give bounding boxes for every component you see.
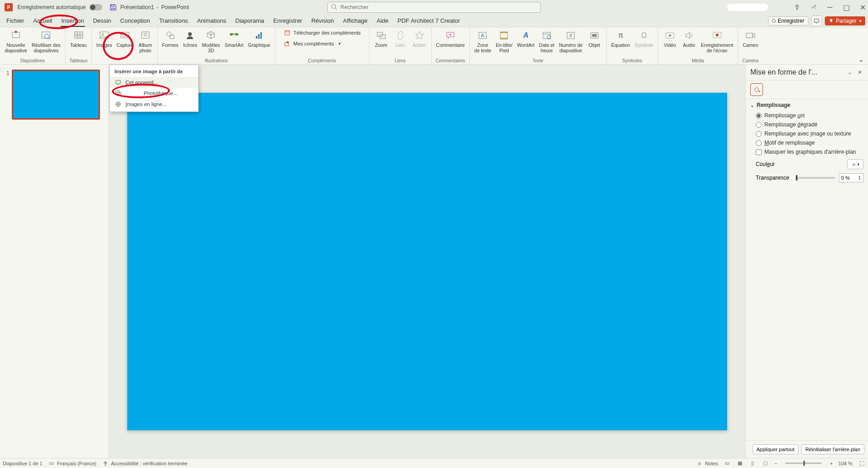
comment-button[interactable]: Commentaire (434, 28, 467, 49)
fill-pattern-radio[interactable] (756, 140, 762, 146)
smartart-button[interactable]: SmartArt (223, 28, 245, 49)
fill-tab-button[interactable] (750, 83, 763, 96)
transparency-spinner[interactable]: 0 %▲▼ (839, 173, 863, 182)
thumbnail-1-preview[interactable] (12, 70, 100, 119)
fill-gradient-row[interactable]: Remplissage dégradé (750, 120, 863, 129)
coming-soon-icon[interactable] (810, 4, 817, 11)
screen-recording-button[interactable]: Enregistrement de l'écran (699, 28, 735, 54)
table-button[interactable]: Tableau (68, 28, 89, 49)
wordart-button[interactable]: AWordArt (515, 28, 536, 49)
shapes-button[interactable]: Formes (160, 28, 180, 49)
dropdown-stock-images[interactable]: Photothèque... (110, 88, 198, 99)
record-button[interactable]: Enregistrer (768, 16, 808, 25)
tab-aide[interactable]: Aide (372, 15, 393, 27)
tab-insertion[interactable]: Insertion (57, 15, 89, 27)
tab-revision[interactable]: Révision (307, 15, 339, 27)
thumbnail-1[interactable]: 1 (6, 70, 102, 119)
status-accessibility-label: Accessibilité : vérification terminée (111, 461, 187, 466)
tab-enregistrer[interactable]: Enregistrer (269, 15, 307, 27)
zoom-value[interactable]: 104 % (838, 461, 853, 466)
tab-transitions[interactable]: Transitions (155, 15, 192, 27)
reuse-slides-button[interactable]: Réutiliser des diapositives (30, 28, 63, 54)
status-accessibility[interactable]: Accessibilité : vérification terminée (102, 460, 187, 467)
chart-button[interactable]: Graphique (246, 28, 272, 49)
maximize-button[interactable]: ▢ (843, 4, 850, 11)
slide-canvas-area[interactable] (109, 65, 745, 458)
audio-button[interactable]: Audio (680, 28, 698, 49)
tab-accueil[interactable]: Accueil (29, 15, 57, 27)
fill-pattern-row[interactable]: Motif de remplissage (750, 138, 863, 147)
pane-options-button[interactable]: ⌄ (846, 69, 853, 76)
svg-rect-19 (142, 32, 149, 38)
link-label: Lien (396, 42, 405, 48)
fit-window-button[interactable]: ⛶ (858, 460, 865, 467)
hide-graphics-checkbox[interactable] (756, 149, 762, 155)
view-slideshow-button[interactable]: ▢ (762, 460, 769, 467)
new-slide-button[interactable]: Nouvelle diapositive (3, 28, 29, 54)
zoom-out-button[interactable]: − (774, 461, 777, 466)
zoom-in-button[interactable]: + (830, 461, 833, 466)
cameo-button[interactable]: Cameo (741, 28, 760, 49)
fill-picture-row[interactable]: Remplissage avec image ou texture (750, 129, 863, 138)
tab-dessin[interactable]: Dessin (89, 15, 116, 27)
icons-button[interactable]: Icônes (181, 28, 199, 49)
photo-album-button[interactable]: Album photo (136, 28, 155, 54)
object-button[interactable]: Objet (585, 28, 604, 49)
dropdown-online-images[interactable]: Images en ligne... (110, 99, 198, 110)
notes-icon: ≡ (696, 460, 703, 467)
get-addins-button[interactable]: Télécharger des compléments (282, 28, 363, 37)
tab-pdf-architect[interactable]: PDF Architect 7 Creator (393, 15, 464, 27)
pane-close-button[interactable]: ✕ (856, 69, 863, 76)
minimize-button[interactable]: ─ (826, 4, 833, 11)
view-normal-button[interactable]: ▭ (723, 460, 731, 467)
dropdown-this-device[interactable]: Cet appareil... (110, 77, 198, 88)
save-icon[interactable] (110, 4, 117, 11)
ribbon-collapse-button[interactable]: ⌄ (858, 55, 865, 62)
slide-1[interactable] (127, 93, 727, 430)
reset-background-button[interactable]: Réinitialiser l'arrière-plan (801, 444, 864, 454)
search-input[interactable] (327, 2, 541, 13)
transparency-label: Transparence (756, 175, 792, 181)
tab-fichier[interactable]: Fichier (2, 15, 29, 27)
color-picker-button[interactable]: ▾ (847, 159, 863, 169)
video-button[interactable]: Vidéo (661, 28, 679, 49)
present-button[interactable] (811, 15, 822, 26)
device-icon (115, 79, 122, 86)
fill-solid-row[interactable]: Remplissage uni (750, 111, 863, 120)
status-language[interactable]: ▭Français (France) (48, 460, 96, 467)
notes-button[interactable]: ≡Notes (696, 460, 718, 467)
group-tableaux: Tableau Tableaux (65, 27, 92, 64)
zoom-button[interactable]: Zoom (372, 28, 390, 49)
tab-diaporama[interactable]: Diaporama (231, 15, 269, 27)
share-button[interactable]: Partager▾ (825, 16, 865, 25)
tab-conception[interactable]: Conception (116, 15, 155, 27)
images-button[interactable]: Images (95, 28, 114, 49)
slide-number-label: Numéro de diapositive (559, 42, 583, 53)
close-button[interactable]: ✕ (859, 4, 866, 11)
header-footer-button[interactable]: En-tête/ Pied (494, 28, 514, 54)
fill-solid-radio[interactable] (756, 113, 762, 119)
hide-graphics-row[interactable]: Masquer les graphiques d'arrière-plan (750, 147, 863, 156)
status-slide-count[interactable]: Diapositive 1 de 1 (3, 461, 42, 466)
fill-picture-radio[interactable] (756, 131, 762, 137)
zoom-slider[interactable] (785, 463, 822, 464)
apply-all-button[interactable]: Appliquer partout (753, 444, 799, 454)
premium-icon[interactable] (793, 4, 801, 11)
tab-animations[interactable]: Animations (192, 15, 230, 27)
text-box-button[interactable]: AZone de texte (473, 28, 493, 54)
equation-button[interactable]: πÉquation (609, 28, 632, 49)
view-sorter-button[interactable]: ▦ (736, 460, 743, 467)
my-addins-button[interactable]: Mes compléments▾ (282, 39, 363, 48)
tab-affichage[interactable]: Affichage (339, 15, 372, 27)
slide-number-button[interactable]: #Numéro de diapositive (557, 28, 584, 54)
fill-gradient-radio[interactable] (756, 122, 762, 128)
user-avatar[interactable] (727, 4, 768, 11)
screenshot-button[interactable]: Capture (115, 28, 135, 49)
autosave-toggle[interactable] (90, 4, 102, 10)
date-time-button[interactable]: Date et heure (537, 28, 556, 54)
fill-section-header[interactable]: ⌄Remplissage (750, 102, 863, 108)
3d-models-button[interactable]: Modèles 3D (200, 28, 222, 54)
view-reading-button[interactable]: ▯ (749, 460, 756, 467)
transparency-slider[interactable] (796, 177, 835, 179)
wordart-label: WordArt (517, 42, 534, 48)
